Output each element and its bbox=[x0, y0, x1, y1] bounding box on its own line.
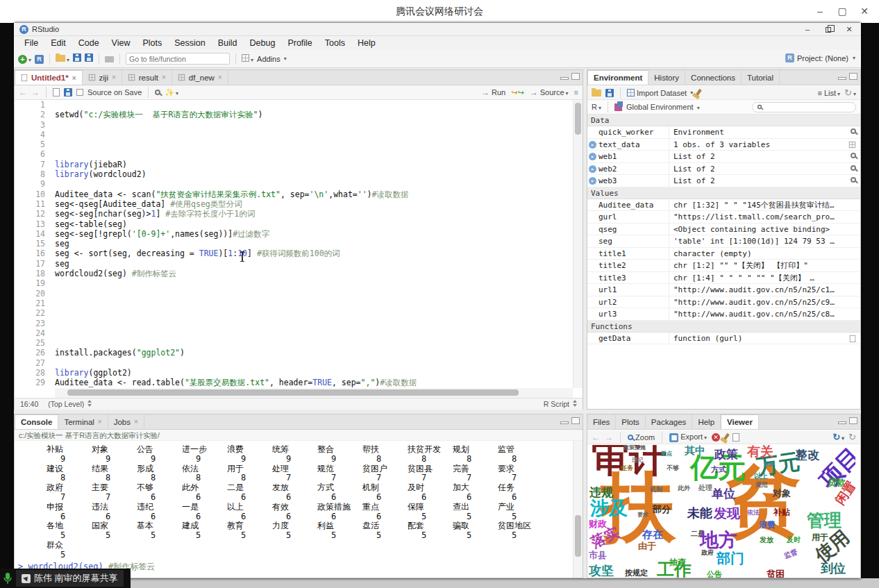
environment-tab-history[interactable]: History bbox=[648, 70, 685, 85]
tab-close-icon[interactable]: × bbox=[72, 74, 76, 82]
global-environment-selector[interactable]: Global Environment ▾ bbox=[626, 103, 700, 111]
viewer-minimize-icon[interactable] bbox=[838, 421, 846, 424]
environment-object-row[interactable]: title2chr [1:2] "" "【关闭】 【打印】" bbox=[587, 260, 860, 272]
tab-close-icon[interactable]: × bbox=[134, 418, 138, 426]
menu-debug[interactable]: Debug bbox=[244, 37, 282, 49]
scope-selector[interactable]: (Top Level) bbox=[48, 400, 92, 408]
share-badge[interactable]: 陈伟 南审的屏幕共享 bbox=[16, 570, 124, 587]
microphone-icon[interactable] bbox=[3, 572, 12, 585]
environment-object-row[interactable]: ▸web3List of 2 bbox=[587, 175, 860, 187]
environment-object-row[interactable]: gurl"https://list.tmall.com/search_pro… bbox=[587, 211, 860, 224]
inspect-icon[interactable] bbox=[851, 153, 856, 158]
source-tab-ziji[interactable]: ziji× bbox=[83, 70, 122, 85]
environment-object-row[interactable]: ▸text_data1 obs. of 3 variables bbox=[587, 139, 860, 151]
viewer-back-icon[interactable]: ← bbox=[592, 432, 600, 442]
expand-arrow-icon[interactable]: ▸ bbox=[589, 153, 596, 160]
inspect-icon[interactable] bbox=[851, 128, 856, 134]
editor-vertical-scrollbar[interactable] bbox=[573, 100, 583, 388]
console-output[interactable]: 补贴对象公告进一步浪费统筹整合帮扶扶贫开发规划监管99999998888建设结果… bbox=[15, 441, 573, 578]
code-editor[interactable]: 12setwd("c:/实验模块一 基于R语言的大数据审计实验")34567li… bbox=[15, 100, 573, 388]
find-replace-icon[interactable] bbox=[155, 90, 160, 95]
environment-object-row[interactable]: Auditee_datachr [1:32] " " "145个贫困县扶贫审计结… bbox=[587, 199, 860, 212]
tab-close-icon[interactable]: × bbox=[112, 74, 116, 81]
inspect-icon[interactable] bbox=[851, 177, 856, 183]
forward-icon[interactable]: → bbox=[31, 87, 40, 97]
console-maximize-icon[interactable] bbox=[571, 417, 580, 424]
source-tab-result[interactable]: result× bbox=[122, 70, 172, 85]
addins-button[interactable]: Addins▾ bbox=[257, 55, 287, 63]
viewer-forward-icon[interactable]: → bbox=[605, 432, 613, 442]
meeting-minimize-button[interactable]: – bbox=[810, 4, 830, 18]
new-file-button[interactable]: +▾ bbox=[18, 54, 31, 64]
console-tab-terminal[interactable]: Terminal× bbox=[58, 414, 108, 429]
environment-object-row[interactable]: ▸web2List of 2 bbox=[587, 163, 860, 176]
show-in-window-icon[interactable] bbox=[53, 88, 60, 96]
code-tools-icon[interactable]: ✨▾ bbox=[165, 88, 178, 97]
inspect-icon[interactable] bbox=[851, 165, 856, 171]
save-workspace-icon[interactable] bbox=[605, 89, 614, 97]
environment-maximize-icon[interactable] bbox=[849, 73, 857, 80]
viewer-open-window-icon[interactable] bbox=[732, 433, 739, 442]
console-tab-jobs[interactable]: Jobs× bbox=[108, 414, 144, 429]
environment-object-row[interactable]: seg'table' int [1:100(1d)] 124 79 53 … bbox=[587, 235, 860, 248]
run-button[interactable]: → Run bbox=[481, 87, 505, 97]
source-tab-dfnew[interactable]: df_new× bbox=[172, 70, 228, 85]
menu-view[interactable]: View bbox=[106, 37, 137, 49]
tab-close-icon[interactable]: × bbox=[98, 418, 102, 426]
menu-tools[interactable]: Tools bbox=[319, 37, 351, 49]
source-tab-untitled1[interactable]: Untitled1*× bbox=[15, 70, 83, 85]
viewer-tab-plots[interactable]: Plots bbox=[616, 414, 646, 429]
viewer-sync-icon[interactable]: ↻▾ bbox=[832, 432, 844, 442]
environment-object-row[interactable]: url2"http://www.audit.gov.cn/n5/n25/c9… bbox=[587, 296, 860, 309]
tab-close-icon[interactable]: × bbox=[218, 74, 222, 81]
rstudio-restore-button[interactable] bbox=[819, 24, 837, 35]
environment-object-row[interactable]: title1character (empty) bbox=[587, 248, 860, 260]
editor-save-icon[interactable] bbox=[64, 88, 72, 96]
menu-file[interactable]: File bbox=[18, 37, 44, 49]
editor-horizontal-scrollbar[interactable] bbox=[55, 388, 573, 398]
rerun-button[interactable]: ↪↪ bbox=[511, 88, 524, 97]
view-table-icon[interactable] bbox=[849, 141, 855, 147]
rstudio-close-button[interactable]: ✕ bbox=[840, 24, 858, 35]
file-type-selector[interactable]: R Script bbox=[544, 400, 577, 408]
environment-minimize-icon[interactable] bbox=[838, 77, 846, 80]
language-selector[interactable]: R▾ bbox=[592, 103, 601, 111]
list-view-button[interactable]: ≡ List▾ bbox=[817, 89, 840, 97]
tab-close-icon[interactable]: × bbox=[162, 74, 166, 81]
environment-search-input[interactable] bbox=[752, 102, 856, 112]
rstudio-minimize-button[interactable]: – bbox=[798, 24, 817, 35]
environment-object-row[interactable]: title3chr [1:4] " " " " "" "【关闭】 … bbox=[587, 272, 860, 285]
refresh-environment-icon[interactable]: ↻▾ bbox=[844, 87, 856, 98]
viewer-tab-packages[interactable]: Packages bbox=[646, 414, 693, 429]
load-workspace-icon[interactable] bbox=[592, 90, 601, 96]
viewer-refresh-icon[interactable]: ↻ bbox=[848, 432, 856, 442]
viewer-zoom-button[interactable]: Zoom bbox=[628, 433, 655, 442]
environment-object-row[interactable]: url1"http://www.audit.gov.cn/n5/n25/c1… bbox=[587, 284, 860, 296]
environment-tab-connections[interactable]: Connections bbox=[685, 70, 742, 85]
save-all-button[interactable] bbox=[85, 53, 93, 64]
console-minimize-icon[interactable] bbox=[560, 421, 569, 424]
save-button[interactable] bbox=[73, 53, 81, 64]
menu-plots[interactable]: Plots bbox=[136, 37, 168, 49]
environment-object-row[interactable]: url3"http://www.audit.gov.cn/n5/n25/c8… bbox=[587, 308, 860, 321]
meeting-maximize-button[interactable]: ▢ bbox=[832, 4, 853, 18]
source-button[interactable]: → Source▾ bbox=[530, 87, 569, 97]
environment-object-row[interactable]: qseg<Object containing active binding> bbox=[587, 224, 860, 236]
environment-tab-environment[interactable]: Environment bbox=[587, 70, 648, 85]
menu-code[interactable]: Code bbox=[72, 37, 106, 49]
environment-tab-tutorial[interactable]: Tutorial bbox=[742, 70, 780, 85]
source-minimize-icon[interactable] bbox=[560, 77, 569, 80]
viewer-export-button[interactable]: ▦ Export▾ bbox=[669, 432, 707, 442]
environment-object-row[interactable]: quick_workerEnvironment bbox=[587, 126, 860, 139]
menu-build[interactable]: Build bbox=[212, 37, 244, 49]
environment-object-row[interactable]: ▸web1List of 2 bbox=[587, 151, 860, 163]
console-tab-console[interactable]: Console bbox=[15, 414, 58, 429]
view-function-icon[interactable] bbox=[850, 335, 856, 342]
menu-session[interactable]: Session bbox=[168, 37, 211, 49]
back-icon[interactable]: ← bbox=[19, 87, 27, 97]
environment-object-row[interactable]: getDatafunction (gurl) bbox=[587, 333, 860, 345]
source-on-save-checkbox[interactable] bbox=[76, 89, 83, 96]
expand-arrow-icon[interactable]: ▸ bbox=[589, 165, 596, 173]
import-dataset-button[interactable]: Import Dataset▾ bbox=[627, 89, 693, 97]
document-outline-icon[interactable]: ≡ bbox=[574, 88, 578, 96]
